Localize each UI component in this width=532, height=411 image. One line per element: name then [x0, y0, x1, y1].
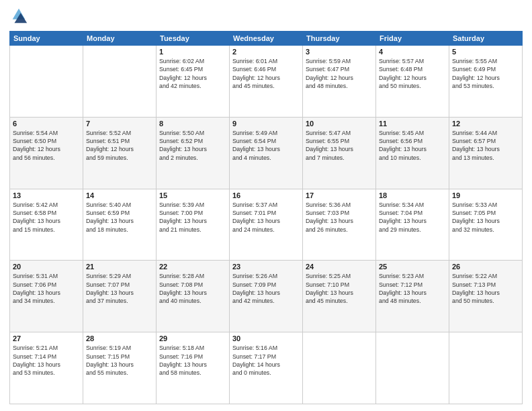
day-number: 15	[159, 191, 226, 199]
calendar-cell: 8Sunrise: 5:50 AM Sunset: 6:52 PM Daylig…	[157, 117, 230, 189]
calendar-cell: 27Sunrise: 5:21 AM Sunset: 7:14 PM Dayli…	[10, 332, 83, 404]
cell-info: Sunrise: 5:54 AM Sunset: 6:50 PM Dayligh…	[13, 129, 80, 162]
calendar-cell: 2Sunrise: 6:01 AM Sunset: 6:46 PM Daylig…	[230, 46, 303, 118]
day-number: 12	[452, 120, 519, 128]
weekday-header-thursday: Thursday	[303, 32, 376, 46]
calendar-cell: 30Sunrise: 5:16 AM Sunset: 7:17 PM Dayli…	[230, 332, 303, 404]
cell-info: Sunrise: 5:21 AM Sunset: 7:14 PM Dayligh…	[13, 344, 80, 377]
calendar-cell: 26Sunrise: 5:22 AM Sunset: 7:13 PM Dayli…	[449, 261, 523, 332]
cell-info: Sunrise: 5:26 AM Sunset: 7:09 PM Dayligh…	[232, 272, 300, 305]
cell-info: Sunrise: 5:25 AM Sunset: 7:10 PM Dayligh…	[306, 272, 373, 305]
cell-info: Sunrise: 5:42 AM Sunset: 6:58 PM Dayligh…	[13, 201, 80, 234]
day-number: 4	[379, 48, 446, 56]
cell-info: Sunrise: 5:28 AM Sunset: 7:08 PM Dayligh…	[159, 272, 226, 305]
calendar-cell: 10Sunrise: 5:47 AM Sunset: 6:55 PM Dayli…	[303, 117, 376, 189]
logo-icon	[9, 7, 28, 26]
calendar-cell: 17Sunrise: 5:36 AM Sunset: 7:03 PM Dayli…	[303, 189, 376, 261]
calendar-cell: 22Sunrise: 5:28 AM Sunset: 7:08 PM Dayli…	[157, 261, 230, 332]
calendar-cell: 3Sunrise: 5:59 AM Sunset: 6:47 PM Daylig…	[303, 46, 376, 118]
weekday-header-wednesday: Wednesday	[230, 32, 303, 46]
cell-info: Sunrise: 6:02 AM Sunset: 6:45 PM Dayligh…	[159, 57, 226, 90]
day-number: 9	[232, 120, 300, 128]
page: SundayMondayTuesdayWednesdayThursdayFrid…	[0, 0, 532, 411]
calendar-cell	[376, 332, 449, 404]
day-number: 27	[13, 334, 80, 342]
day-number: 13	[13, 191, 80, 199]
calendar-cell: 21Sunrise: 5:29 AM Sunset: 7:07 PM Dayli…	[83, 261, 157, 332]
calendar-cell	[10, 46, 83, 118]
week-row-2: 6Sunrise: 5:54 AM Sunset: 6:50 PM Daylig…	[10, 117, 523, 189]
day-number: 14	[86, 191, 153, 199]
calendar-cell: 25Sunrise: 5:23 AM Sunset: 7:12 PM Dayli…	[376, 261, 449, 332]
cell-info: Sunrise: 5:33 AM Sunset: 7:05 PM Dayligh…	[452, 201, 519, 234]
calendar-cell: 1Sunrise: 6:02 AM Sunset: 6:45 PM Daylig…	[157, 46, 230, 118]
header	[9, 7, 523, 26]
cell-info: Sunrise: 5:40 AM Sunset: 6:59 PM Dayligh…	[86, 201, 153, 234]
calendar-cell: 23Sunrise: 5:26 AM Sunset: 7:09 PM Dayli…	[230, 261, 303, 332]
logo	[9, 7, 31, 26]
day-number: 28	[86, 334, 153, 342]
calendar-cell: 28Sunrise: 5:19 AM Sunset: 7:15 PM Dayli…	[83, 332, 157, 404]
cell-info: Sunrise: 5:34 AM Sunset: 7:04 PM Dayligh…	[379, 201, 446, 234]
cell-info: Sunrise: 5:45 AM Sunset: 6:56 PM Dayligh…	[379, 129, 446, 162]
calendar-cell: 19Sunrise: 5:33 AM Sunset: 7:05 PM Dayli…	[449, 189, 523, 261]
week-row-5: 27Sunrise: 5:21 AM Sunset: 7:14 PM Dayli…	[10, 332, 523, 404]
cell-info: Sunrise: 5:23 AM Sunset: 7:12 PM Dayligh…	[379, 272, 446, 305]
calendar-cell: 5Sunrise: 5:55 AM Sunset: 6:49 PM Daylig…	[449, 46, 523, 118]
day-number: 3	[306, 48, 373, 56]
cell-info: Sunrise: 5:22 AM Sunset: 7:13 PM Dayligh…	[452, 272, 519, 305]
day-number: 17	[306, 191, 373, 199]
week-row-3: 13Sunrise: 5:42 AM Sunset: 6:58 PM Dayli…	[10, 189, 523, 261]
day-number: 24	[306, 263, 373, 271]
calendar-table: SundayMondayTuesdayWednesdayThursdayFrid…	[9, 31, 523, 404]
calendar-cell: 20Sunrise: 5:31 AM Sunset: 7:06 PM Dayli…	[10, 261, 83, 332]
weekday-header-saturday: Saturday	[449, 32, 523, 46]
day-number: 10	[306, 120, 373, 128]
calendar-cell: 6Sunrise: 5:54 AM Sunset: 6:50 PM Daylig…	[10, 117, 83, 189]
day-number: 29	[159, 334, 226, 342]
cell-info: Sunrise: 5:29 AM Sunset: 7:07 PM Dayligh…	[86, 272, 153, 305]
calendar-cell: 24Sunrise: 5:25 AM Sunset: 7:10 PM Dayli…	[303, 261, 376, 332]
day-number: 30	[232, 334, 300, 342]
calendar-body: 1Sunrise: 6:02 AM Sunset: 6:45 PM Daylig…	[10, 46, 523, 404]
day-number: 11	[379, 120, 446, 128]
calendar-cell: 13Sunrise: 5:42 AM Sunset: 6:58 PM Dayli…	[10, 189, 83, 261]
cell-info: Sunrise: 5:49 AM Sunset: 6:54 PM Dayligh…	[232, 129, 300, 162]
day-number: 1	[159, 48, 226, 56]
calendar-header-row: SundayMondayTuesdayWednesdayThursdayFrid…	[10, 32, 523, 46]
cell-info: Sunrise: 5:18 AM Sunset: 7:16 PM Dayligh…	[159, 344, 226, 377]
cell-info: Sunrise: 5:57 AM Sunset: 6:48 PM Dayligh…	[379, 57, 446, 90]
cell-info: Sunrise: 6:01 AM Sunset: 6:46 PM Dayligh…	[232, 57, 300, 90]
cell-info: Sunrise: 5:47 AM Sunset: 6:55 PM Dayligh…	[306, 129, 373, 162]
cell-info: Sunrise: 5:59 AM Sunset: 6:47 PM Dayligh…	[306, 57, 373, 90]
day-number: 6	[13, 120, 80, 128]
day-number: 8	[159, 120, 226, 128]
calendar-cell: 9Sunrise: 5:49 AM Sunset: 6:54 PM Daylig…	[230, 117, 303, 189]
calendar-cell: 29Sunrise: 5:18 AM Sunset: 7:16 PM Dayli…	[157, 332, 230, 404]
calendar-cell	[83, 46, 157, 118]
day-number: 25	[379, 263, 446, 271]
day-number: 21	[86, 263, 153, 271]
day-number: 20	[13, 263, 80, 271]
day-number: 7	[86, 120, 153, 128]
cell-info: Sunrise: 5:52 AM Sunset: 6:51 PM Dayligh…	[86, 129, 153, 162]
weekday-header-friday: Friday	[376, 32, 449, 46]
weekday-header-monday: Monday	[83, 32, 157, 46]
calendar-cell: 7Sunrise: 5:52 AM Sunset: 6:51 PM Daylig…	[83, 117, 157, 189]
cell-info: Sunrise: 5:31 AM Sunset: 7:06 PM Dayligh…	[13, 272, 80, 305]
cell-info: Sunrise: 5:39 AM Sunset: 7:00 PM Dayligh…	[159, 201, 226, 234]
day-number: 5	[452, 48, 519, 56]
day-number: 23	[232, 263, 300, 271]
day-number: 26	[452, 263, 519, 271]
calendar-cell: 11Sunrise: 5:45 AM Sunset: 6:56 PM Dayli…	[376, 117, 449, 189]
day-number: 2	[232, 48, 300, 56]
day-number: 18	[379, 191, 446, 199]
calendar-cell: 18Sunrise: 5:34 AM Sunset: 7:04 PM Dayli…	[376, 189, 449, 261]
calendar-cell: 4Sunrise: 5:57 AM Sunset: 6:48 PM Daylig…	[376, 46, 449, 118]
calendar-cell: 16Sunrise: 5:37 AM Sunset: 7:01 PM Dayli…	[230, 189, 303, 261]
day-number: 22	[159, 263, 226, 271]
weekday-header-sunday: Sunday	[10, 32, 83, 46]
calendar-cell: 14Sunrise: 5:40 AM Sunset: 6:59 PM Dayli…	[83, 189, 157, 261]
day-number: 19	[452, 191, 519, 199]
calendar-cell	[449, 332, 523, 404]
